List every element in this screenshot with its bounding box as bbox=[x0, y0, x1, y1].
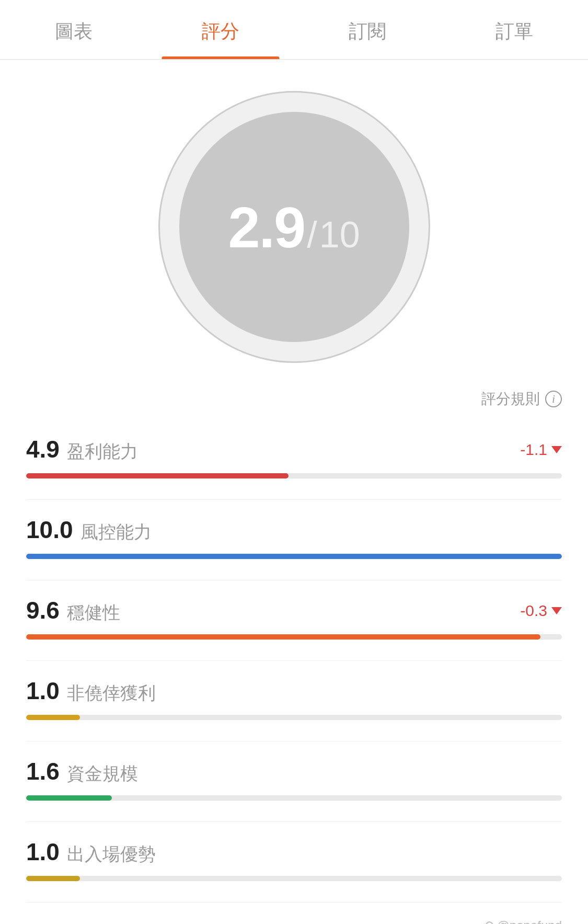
metric-profitability-right: -1.1 bbox=[520, 441, 562, 459]
watermark: ⟲ @popefund bbox=[0, 903, 588, 924]
metric-non-fluke-bar-bg bbox=[26, 715, 562, 720]
tab-bar: 圖表 評分 訂閱 訂單 bbox=[0, 0, 588, 60]
metric-risk-control: 10.0 風控能力 bbox=[26, 500, 562, 580]
watermark-text: ⟲ @popefund bbox=[483, 918, 562, 924]
tab-score[interactable]: 評分 bbox=[147, 0, 294, 59]
metric-non-fluke-value: 1.0 bbox=[26, 677, 60, 705]
metric-profitability: 4.9 盈利能力 -1.1 bbox=[26, 419, 562, 500]
metric-entry-exit-header: 1.0 出入場優勢 bbox=[26, 838, 562, 866]
metric-non-fluke: 1.0 非僥倖獲利 bbox=[26, 661, 562, 742]
metric-entry-exit-value: 1.0 bbox=[26, 838, 60, 866]
metric-fund-scale-label: 資金規模 bbox=[67, 762, 138, 786]
metric-stability-delta: -0.3 bbox=[520, 602, 547, 620]
metric-stability-left: 9.6 穩健性 bbox=[26, 596, 120, 625]
metric-fund-scale-bar-bg bbox=[26, 795, 562, 801]
score-total-value: 10 bbox=[319, 214, 360, 256]
metric-stability-bar-fill bbox=[26, 634, 540, 640]
metric-profitability-left: 4.9 盈利能力 bbox=[26, 435, 138, 464]
metric-stability-label: 穩健性 bbox=[67, 601, 120, 625]
info-icon[interactable]: i bbox=[545, 391, 562, 407]
chevron-down-icon bbox=[551, 607, 562, 614]
metric-profitability-delta: -1.1 bbox=[520, 441, 547, 459]
metric-stability-header: 9.6 穩健性 -0.3 bbox=[26, 596, 562, 625]
score-circle-outer: 2.9 / 10 bbox=[158, 91, 430, 363]
metric-stability-bar-bg bbox=[26, 634, 562, 640]
metric-non-fluke-label: 非僥倖獲利 bbox=[67, 681, 156, 705]
metric-risk-control-header: 10.0 風控能力 bbox=[26, 516, 562, 544]
metric-stability-value: 9.6 bbox=[26, 596, 60, 624]
score-rule-row: 評分規則 i bbox=[0, 384, 588, 419]
metric-profitability-bar-bg bbox=[26, 473, 562, 478]
score-circle-inner: 2.9 / 10 bbox=[179, 112, 409, 342]
metric-entry-exit: 1.0 出入場優勢 bbox=[26, 822, 562, 903]
metric-entry-exit-label: 出入場優勢 bbox=[67, 842, 156, 866]
metric-entry-exit-bar-fill bbox=[26, 876, 80, 881]
metric-entry-exit-bar-bg bbox=[26, 876, 562, 881]
metrics-container: 4.9 盈利能力 -1.1 10.0 風控能力 bbox=[0, 419, 588, 903]
tab-order[interactable]: 訂單 bbox=[441, 0, 588, 59]
score-display: 2.9 / 10 bbox=[228, 194, 360, 260]
metric-risk-control-left: 10.0 風控能力 bbox=[26, 516, 152, 544]
score-section: 2.9 / 10 bbox=[0, 60, 588, 384]
metric-non-fluke-bar-fill bbox=[26, 715, 80, 720]
metric-fund-scale-left: 1.6 資金規模 bbox=[26, 757, 138, 786]
metric-profitability-label: 盈利能力 bbox=[67, 440, 138, 464]
metric-profitability-header: 4.9 盈利能力 -1.1 bbox=[26, 435, 562, 464]
metric-fund-scale: 1.6 資金規模 bbox=[26, 742, 562, 822]
metric-risk-control-bar-bg bbox=[26, 554, 562, 559]
metric-risk-control-label: 風控能力 bbox=[80, 520, 152, 544]
score-main-value: 2.9 bbox=[228, 194, 305, 260]
tab-subscribe[interactable]: 訂閱 bbox=[294, 0, 441, 59]
score-divider: / bbox=[307, 214, 317, 256]
metric-fund-scale-bar-fill bbox=[26, 795, 112, 801]
tab-chart[interactable]: 圖表 bbox=[0, 0, 147, 59]
metric-non-fluke-header: 1.0 非僥倖獲利 bbox=[26, 677, 562, 705]
metric-risk-control-bar-fill bbox=[26, 554, 562, 559]
metric-fund-scale-value: 1.6 bbox=[26, 757, 60, 785]
metric-non-fluke-left: 1.0 非僥倖獲利 bbox=[26, 677, 156, 705]
chevron-down-icon bbox=[551, 446, 562, 453]
metric-stability-right: -0.3 bbox=[520, 602, 562, 620]
metric-risk-control-value: 10.0 bbox=[26, 516, 73, 544]
metric-fund-scale-header: 1.6 資金規模 bbox=[26, 757, 562, 786]
metric-stability: 9.6 穩健性 -0.3 bbox=[26, 580, 562, 661]
metric-profitability-bar-fill bbox=[26, 473, 289, 478]
metric-profitability-value: 4.9 bbox=[26, 435, 60, 463]
score-rule-text: 評分規則 bbox=[481, 389, 540, 409]
metric-entry-exit-left: 1.0 出入場優勢 bbox=[26, 838, 156, 866]
